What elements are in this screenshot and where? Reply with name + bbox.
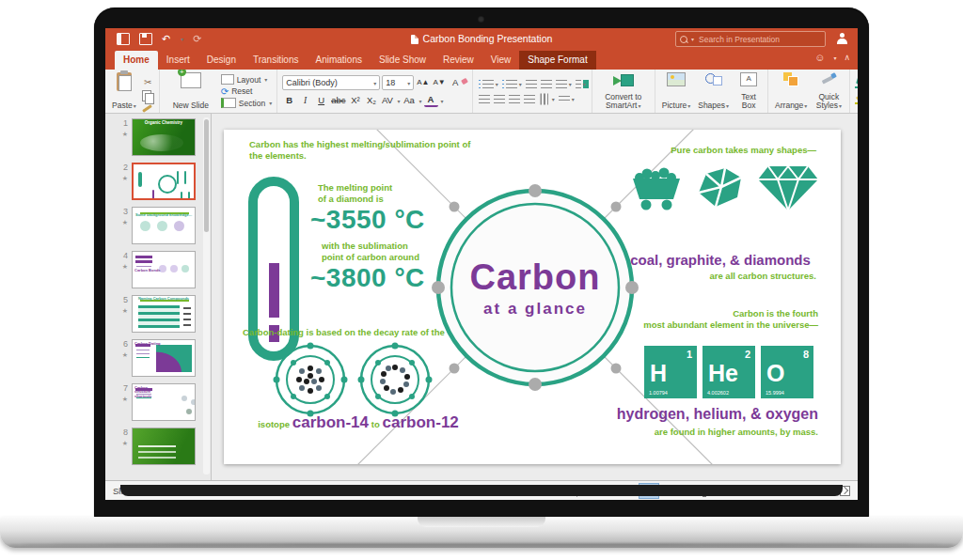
- justify-button[interactable]: [523, 94, 536, 104]
- text-box-button[interactable]: A Text Box: [734, 71, 763, 111]
- slide-thumbnail-5[interactable]: Naming Carbon Compounds: [132, 295, 196, 333]
- thumbnail-scrollbar[interactable]: [203, 117, 210, 474]
- thumbnail-item-1: 1★ Organic Chemistry: [105, 118, 211, 157]
- tab-review[interactable]: Review: [434, 51, 482, 70]
- carbon-12-label: carbon-12: [383, 413, 459, 431]
- convert-to-smartart-button[interactable]: Convert to SmartArt▾: [597, 71, 650, 111]
- tab-view[interactable]: View: [482, 51, 520, 70]
- tab-transitions[interactable]: Transitions: [245, 51, 308, 70]
- slide-thumbnail-8[interactable]: [132, 428, 196, 465]
- shape-fill-button[interactable]: Shape Fill▾: [855, 78, 858, 88]
- thumbnail-item-3: 3★ Some background knowledge...: [105, 207, 211, 245]
- align-text-button[interactable]: ▾: [558, 95, 576, 103]
- tab-shape-format[interactable]: Shape Format: [519, 51, 595, 70]
- ribbon: Paste▾ ✂ New Slide: [105, 70, 858, 114]
- picture-icon: [667, 72, 686, 86]
- shapes-button[interactable]: Shapes▾: [696, 71, 731, 111]
- text-direction-button[interactable]: ▾: [538, 94, 556, 104]
- align-center-button[interactable]: [493, 94, 506, 104]
- search-box[interactable]: ▾: [675, 31, 826, 47]
- font-color-button[interactable]: A: [424, 94, 438, 107]
- animation-star-icon: ★: [105, 307, 128, 315]
- thumbnail-item-8: 8★: [105, 428, 211, 466]
- tab-insert[interactable]: Insert: [158, 51, 198, 70]
- increase-indent-button[interactable]: [540, 79, 553, 89]
- abundance-note: are found in higher amounts, by mass.: [655, 427, 818, 438]
- feedback-caret-icon[interactable]: ▾: [833, 54, 836, 61]
- clear-formatting-button[interactable]: A: [449, 76, 467, 89]
- grow-font-button[interactable]: A▲: [416, 76, 430, 89]
- change-case-button[interactable]: Aa: [402, 94, 416, 107]
- paste-button[interactable]: Paste▾: [110, 71, 138, 111]
- align-right-button[interactable]: [508, 94, 521, 104]
- abundance-caption: hydrogen, helium, & oxygen: [617, 406, 818, 423]
- slide-thumbnail-7[interactable]: Carbon structure shortcuts: [132, 383, 196, 421]
- cut-icon[interactable]: ✂: [142, 77, 154, 88]
- slide-thumbnail-1[interactable]: Organic Chemistry: [132, 118, 196, 156]
- quick-styles-icon: [821, 72, 836, 85]
- laptop-screen: ↶ ▾ ⟳ Carbon Bonding Presentation ▾: [105, 28, 858, 500]
- slides-group: New Slide Layout▾ ⟳Reset Section▾: [160, 70, 277, 113]
- shape-fill-icon: [855, 78, 858, 88]
- character-spacing-button[interactable]: AV: [380, 94, 394, 107]
- shrink-font-button[interactable]: A▼: [432, 76, 446, 89]
- slide-thumbnail-4[interactable]: Carbon Bonds: [132, 251, 196, 288]
- animation-star-icon: ★: [105, 351, 128, 359]
- shapes-icon: [705, 72, 722, 85]
- tab-design[interactable]: Design: [198, 51, 245, 70]
- align-left-button[interactable]: [478, 94, 491, 104]
- shapes-intro: Pure carbon takes many shapes—: [671, 145, 816, 156]
- section-button[interactable]: Section▾: [221, 98, 272, 108]
- slide-number: 1: [105, 118, 128, 128]
- share-person-add-icon[interactable]: [836, 33, 848, 44]
- clipboard-group: Paste▾ ✂: [105, 70, 160, 113]
- bold-button[interactable]: B: [282, 94, 296, 107]
- font-size-select[interactable]: 18▾: [382, 75, 414, 90]
- line-spacing-button[interactable]: ▾: [555, 79, 573, 89]
- decrease-indent-button[interactable]: [525, 79, 538, 89]
- shapes-caption: coal, graphite, & diamonds: [619, 252, 822, 268]
- redo-icon[interactable]: ⟳: [193, 34, 201, 44]
- copy-icon[interactable]: [142, 90, 151, 101]
- underline-button[interactable]: U: [314, 94, 328, 107]
- bullets-button[interactable]: ▾: [478, 79, 499, 89]
- current-slide[interactable]: Carbon at a glance Carbon has the highes…: [224, 130, 841, 464]
- arrange-button[interactable]: Arrange▾: [773, 71, 809, 111]
- webcam: [478, 16, 484, 23]
- new-slide-button[interactable]: New Slide: [165, 71, 217, 111]
- sublimation-line-1: with the sublimation: [322, 241, 408, 252]
- paragraph-group: ▾ ▾ ▾ ▾: [473, 70, 592, 113]
- shape-outline-button[interactable]: Shape Outline▾: [855, 94, 858, 104]
- slide-thumbnail-2-selected[interactable]: [132, 163, 196, 200]
- slide-thumbnail-6[interactable]: Carbon Dating: [132, 339, 196, 377]
- italic-button[interactable]: I: [298, 94, 312, 107]
- animation-star-icon: ★: [105, 131, 128, 138]
- layout-button[interactable]: Layout▾: [221, 74, 272, 85]
- numbering-button[interactable]: ▾: [501, 79, 523, 89]
- tab-animations[interactable]: Animations: [308, 51, 371, 70]
- tab-home[interactable]: Home: [115, 51, 158, 70]
- superscript-button[interactable]: X²: [348, 94, 362, 107]
- feedback-smiley-icon[interactable]: ☺: [814, 52, 825, 63]
- undo-icon[interactable]: ↶: [162, 34, 170, 44]
- carbon-12-atom-icon: [357, 342, 433, 417]
- strikethrough-button[interactable]: abc: [330, 94, 346, 107]
- quick-styles-button[interactable]: Quick Styles▾: [813, 71, 845, 111]
- save-icon[interactable]: [139, 33, 152, 45]
- collapse-ribbon-icon[interactable]: ∧: [844, 53, 850, 62]
- toggle-sidebar-icon[interactable]: [117, 33, 130, 45]
- slide-thumbnail-3[interactable]: Some background knowledge...: [132, 207, 196, 244]
- search-scope-caret-icon[interactable]: ▾: [691, 36, 694, 42]
- reset-button[interactable]: ⟳Reset: [221, 86, 272, 96]
- thumbnail-item-7: 7★ Carbon structure shortcuts: [105, 383, 211, 422]
- format-painter-icon[interactable]: [142, 104, 152, 113]
- undo-caret-icon[interactable]: ▾: [181, 36, 183, 42]
- search-input[interactable]: [697, 34, 821, 45]
- picture-button[interactable]: Picture▾: [660, 71, 692, 111]
- subscript-button[interactable]: X₂: [364, 94, 378, 107]
- font-name-select[interactable]: Calibri (Body)▾: [282, 75, 380, 90]
- tab-slide-show[interactable]: Slide Show: [371, 51, 434, 70]
- text-box-icon: A: [740, 72, 757, 86]
- columns-button[interactable]: ▾: [575, 79, 587, 89]
- slide-subtitle: at a glance: [394, 300, 676, 319]
